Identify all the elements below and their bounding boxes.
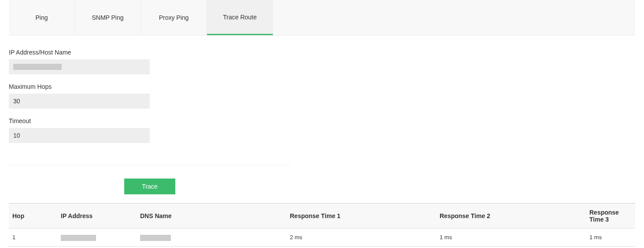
cell-dns [137, 229, 286, 247]
table-row: 2 1 ms 1 ms 1 ms [9, 246, 635, 248]
button-row: Trace [0, 174, 300, 203]
max-hops-input[interactable] [9, 94, 150, 109]
cell-rt2: 1 ms [436, 246, 586, 248]
divider [9, 165, 291, 165]
cell-rt3: 1 ms [586, 229, 635, 247]
cell-rt3: 1 ms [586, 246, 635, 248]
max-hops-label: Maximum Hops [9, 83, 635, 90]
table-row: 1 2 ms 1 ms 1 ms [9, 229, 635, 247]
cell-ip [57, 229, 137, 247]
cell-hop: 1 [9, 229, 57, 247]
header-dns: DNS Name [137, 204, 286, 229]
header-rt1: Response Time 1 [286, 204, 436, 229]
timeout-input[interactable] [9, 128, 150, 143]
cell-rt1: 1 ms [286, 246, 436, 248]
tab-snmp-ping[interactable]: SNMP Ping [75, 0, 141, 35]
redacted-text [140, 235, 171, 241]
table-header-row: Hop IP Address DNS Name Response Time 1 … [9, 204, 635, 229]
trace-button[interactable]: Trace [124, 179, 175, 194]
ip-address-input[interactable] [9, 59, 150, 74]
timeout-label: Timeout [9, 117, 635, 124]
tabs-bar: Ping SNMP Ping Proxy Ping Trace Route [9, 0, 635, 36]
header-ip: IP Address [57, 204, 137, 229]
cell-hop: 2 [9, 246, 57, 248]
cell-rt1: 2 ms [286, 229, 436, 247]
trace-results-table: Hop IP Address DNS Name Response Time 1 … [9, 203, 635, 248]
cell-dns [137, 246, 286, 248]
tab-proxy-ping[interactable]: Proxy Ping [141, 0, 207, 35]
cell-ip [57, 246, 137, 248]
redacted-text [13, 64, 62, 70]
trace-route-form: IP Address/Host Name Maximum Hops Timeou… [0, 36, 644, 156]
tab-ping[interactable]: Ping [9, 0, 75, 35]
cell-rt2: 1 ms [436, 229, 586, 247]
tab-trace-route[interactable]: Trace Route [207, 0, 273, 35]
header-rt2: Response Time 2 [436, 204, 586, 229]
ip-address-label: IP Address/Host Name [9, 49, 635, 56]
header-rt3: Response Time 3 [586, 204, 635, 229]
header-hop: Hop [9, 204, 57, 229]
redacted-text [61, 235, 96, 241]
